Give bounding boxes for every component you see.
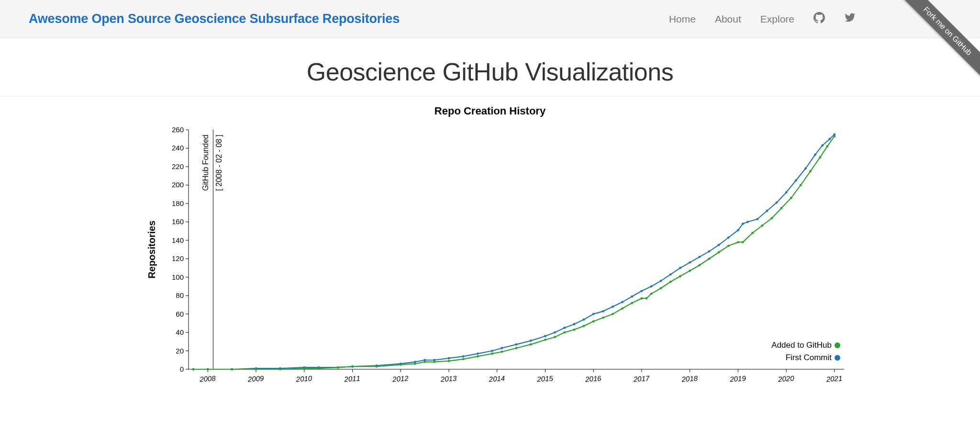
series-point (708, 250, 711, 252)
series-point (814, 154, 816, 156)
y-tick-label: 260 (172, 125, 184, 134)
x-tick-label: 2010 (295, 374, 312, 383)
series-point (351, 365, 354, 368)
y-tick-label: 200 (172, 181, 184, 189)
series-point (689, 270, 691, 272)
series-point (462, 358, 465, 360)
topbar: Awesome Open Source Geoscience Subsurfac… (0, 0, 980, 38)
series-point (602, 310, 604, 312)
series-point (423, 361, 426, 363)
series-point (660, 287, 662, 289)
github-icon[interactable] (813, 12, 825, 26)
series-point (433, 361, 435, 363)
series-point (477, 353, 479, 355)
series-point (612, 306, 614, 308)
y-tick-label: 20 (176, 347, 184, 355)
x-tick-label: 2015 (536, 374, 554, 383)
series-point (770, 217, 773, 219)
series-point (766, 210, 768, 212)
series-point (833, 135, 835, 137)
x-tick-label: 2021 (825, 374, 842, 383)
series-point (669, 281, 672, 283)
series-point (207, 368, 209, 371)
nav-about[interactable]: About (715, 13, 741, 25)
twitter-icon[interactable] (844, 12, 856, 26)
series-point (491, 350, 493, 352)
series-point (737, 229, 739, 231)
series-point (641, 297, 643, 300)
series-point (515, 343, 518, 346)
series-point (530, 343, 532, 346)
series-point (708, 258, 711, 260)
series-point (255, 368, 257, 371)
series-point (318, 367, 320, 370)
series-point (602, 317, 604, 319)
series-point (819, 156, 821, 159)
series-point (573, 323, 575, 325)
series-point (679, 267, 681, 269)
x-tick-label: 2020 (777, 374, 794, 383)
x-tick-label: 2017 (633, 374, 650, 383)
series-point (809, 170, 812, 172)
series-point (621, 307, 624, 310)
nav-explore[interactable]: Explore (760, 13, 794, 25)
series-point (751, 232, 754, 234)
series-point (718, 244, 720, 246)
series-point (698, 264, 701, 266)
series-point (501, 351, 503, 353)
series-point (414, 363, 416, 365)
series-point (231, 368, 233, 371)
chart-container: Repo Creation History0204060801001201401… (0, 101, 980, 398)
y-tick-label: 40 (176, 328, 184, 336)
series-point (583, 325, 585, 327)
legend-swatch (835, 342, 840, 348)
x-tick-label: 2013 (440, 374, 457, 383)
series-point (650, 285, 653, 288)
series-point (660, 280, 662, 282)
series-line (193, 135, 835, 369)
legend-label: First Commit (786, 353, 832, 362)
series-point (583, 319, 585, 321)
series-point (530, 340, 532, 342)
series-point (554, 336, 556, 338)
series-point (727, 237, 730, 239)
series-point (491, 353, 493, 355)
series-point (790, 197, 792, 199)
series-point (563, 331, 566, 334)
series-point (631, 302, 633, 304)
y-tick-label: 60 (176, 310, 184, 318)
x-tick-label: 2018 (681, 374, 698, 383)
legend-label: Added to GitHub (771, 341, 832, 350)
series-point (477, 355, 479, 358)
series-point (621, 301, 624, 303)
y-tick-label: 120 (172, 254, 184, 262)
y-tick-label: 0 (180, 365, 184, 373)
site-title[interactable]: Awesome Open Source Geoscience Subsurfac… (29, 11, 400, 26)
series-point (679, 275, 681, 277)
y-axis-label: Repositories (146, 220, 157, 278)
series-point (718, 251, 720, 253)
series-point (826, 145, 828, 148)
annotation-sublabel: [ 2008 - 02 - 08 ] (215, 135, 223, 191)
y-tick-label: 180 (172, 199, 184, 207)
series-point (544, 335, 546, 337)
series-point (592, 313, 595, 315)
series-point (375, 365, 378, 368)
series-point (795, 179, 797, 182)
y-tick-label: 80 (176, 291, 184, 299)
repo-creation-history-chart: Repo Creation History0204060801001201401… (126, 101, 854, 398)
series-point (698, 256, 701, 258)
series-point (448, 357, 450, 360)
series-point (448, 360, 450, 362)
series-point (192, 368, 195, 371)
y-tick-label: 160 (172, 217, 184, 226)
series-point (650, 293, 653, 295)
nav-home[interactable]: Home (669, 13, 696, 25)
series-point (669, 273, 672, 276)
series-point (821, 144, 824, 147)
series-point (612, 313, 614, 315)
x-tick-label: 2008 (199, 374, 216, 383)
annotation-label: GitHub Founded (201, 135, 210, 191)
series-point (462, 355, 465, 358)
page-title: Geoscience GitHub Visualizations (0, 57, 980, 96)
